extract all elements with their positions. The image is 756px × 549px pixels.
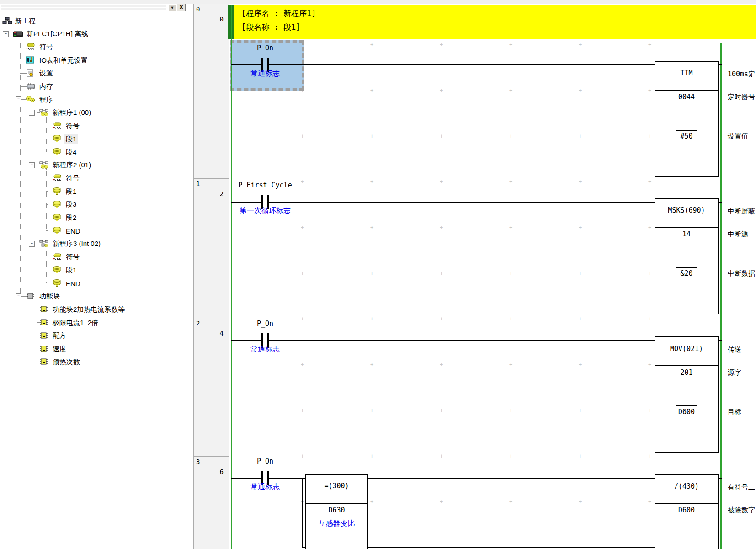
- tree-item[interactable]: IO表和单元设置: [38, 55, 89, 66]
- tree-item-label[interactable]: IO表和单元设置: [38, 56, 89, 65]
- instruction-block[interactable]: [655, 198, 719, 314]
- tree-expand-toggle[interactable]: −: [16, 293, 21, 299]
- panel-menu-button[interactable]: ▼: [168, 5, 176, 11]
- tree-item[interactable]: 新PLC1[CP1H] 离线: [25, 29, 90, 40]
- instruction-operand-2[interactable]: #50: [655, 132, 719, 140]
- tree-item[interactable]: 符号: [38, 42, 54, 53]
- rung-margin-cell[interactable]: [193, 178, 229, 318]
- tree-item[interactable]: 新程序1 (00): [51, 107, 92, 118]
- instruction-operand-1[interactable]: 0044: [655, 93, 719, 101]
- tree-item-label[interactable]: 段3: [64, 200, 78, 209]
- tree-item-label[interactable]: 配方: [51, 331, 68, 341]
- tree-item-label[interactable]: 新程序2 (01): [51, 160, 92, 170]
- tree-item[interactable]: 段1: [64, 265, 78, 276]
- tree-item-label[interactable]: 功能块: [38, 292, 61, 301]
- tree-item[interactable]: 极限电流1_2倍: [51, 317, 100, 328]
- grid-mark: +: [579, 318, 582, 320]
- instruction-divider: [655, 227, 719, 228]
- grid-mark: +: [440, 181, 443, 183]
- tree-item[interactable]: 功能块2加热电流系数等: [51, 304, 126, 315]
- tree-item-label[interactable]: END: [64, 279, 82, 288]
- grid-mark: +: [370, 363, 373, 366]
- tree-item-label[interactable]: 程序: [38, 95, 54, 105]
- tree-item[interactable]: 段1: [64, 133, 78, 144]
- program-icon: [39, 161, 50, 169]
- tree-item-label[interactable]: 符号: [38, 43, 54, 52]
- grid-mark: +: [370, 455, 373, 458]
- tree-item[interactable]: 段2: [64, 213, 78, 224]
- tree-item-label[interactable]: 段4: [64, 148, 78, 157]
- tree-item-label[interactable]: 段1: [64, 187, 78, 197]
- tree-item-label[interactable]: 极限电流1_2倍: [51, 318, 100, 328]
- tree-expand-toggle[interactable]: −: [16, 96, 21, 102]
- instruction-comment: 设置值: [728, 132, 748, 141]
- tree-item-label[interactable]: 段1: [64, 266, 78, 275]
- tree-item[interactable]: 新工程: [14, 16, 37, 27]
- tree-item[interactable]: 新程序2 (01): [51, 160, 92, 171]
- tree-item-label[interactable]: 功能块2加热电流系数等: [51, 305, 126, 314]
- tree-item-label[interactable]: 新工程: [14, 16, 37, 26]
- toolbar-gripper[interactable]: [1, 8, 166, 10]
- tree-item[interactable]: 段3: [64, 199, 78, 210]
- tree-item[interactable]: 符号: [64, 121, 81, 132]
- toolbar-gripper[interactable]: [1, 5, 166, 7]
- tree-item[interactable]: 程序: [38, 94, 54, 105]
- grid-mark: +: [579, 43, 582, 46]
- tree-item-label[interactable]: 设置: [38, 69, 54, 78]
- tree-item[interactable]: 功能块: [38, 291, 61, 302]
- contact-label[interactable]: P_On: [197, 320, 334, 328]
- section-icon: [52, 266, 63, 273]
- symbol-table-icon: [52, 174, 63, 181]
- rung-wire: [269, 202, 655, 203]
- tree-item[interactable]: END: [64, 278, 82, 289]
- tree-item[interactable]: 段4: [64, 147, 78, 158]
- tree-item[interactable]: END: [64, 225, 82, 236]
- tree-expand-toggle[interactable]: −: [3, 31, 9, 37]
- tree-item[interactable]: 预热次数: [51, 357, 81, 368]
- rung-margin-cell[interactable]: [193, 318, 229, 457]
- tree-item-label[interactable]: 新程序3 (Int 02): [51, 239, 102, 249]
- tree-item[interactable]: 符号: [64, 252, 81, 263]
- tree-item-label[interactable]: 内存: [38, 82, 54, 91]
- tree-item[interactable]: 段1: [64, 186, 78, 197]
- instruction-operand-2[interactable]: &20: [655, 269, 719, 277]
- tree-item[interactable]: 速度: [51, 344, 68, 355]
- tree-item-label[interactable]: 段2: [64, 213, 78, 223]
- tree-expand-toggle[interactable]: −: [29, 110, 35, 116]
- tree-item[interactable]: 新程序3 (Int 02): [51, 239, 102, 250]
- tree-item-label[interactable]: 符号: [64, 121, 81, 131]
- tree-expand-toggle[interactable]: −: [29, 162, 35, 168]
- io-table-icon: [26, 56, 37, 64]
- compare-operand[interactable]: D630: [305, 506, 368, 514]
- tree-item-label[interactable]: 预热次数: [51, 357, 81, 367]
- instruction-operand-1[interactable]: 14: [655, 230, 719, 238]
- grid-mark: +: [301, 409, 304, 412]
- instruction-operand-2[interactable]: D600: [655, 408, 719, 416]
- instruction-block[interactable]: [655, 336, 719, 453]
- instruction-operand-1[interactable]: D600: [655, 506, 719, 514]
- grid-mark: +: [648, 455, 651, 458]
- tree-item-label[interactable]: 新PLC1[CP1H] 离线: [25, 29, 90, 39]
- tree-item[interactable]: 内存: [38, 81, 54, 92]
- contact-label[interactable]: P_On: [197, 44, 334, 52]
- grid-mark: +: [440, 43, 443, 46]
- contact-label[interactable]: P_On: [197, 457, 334, 465]
- tree-item[interactable]: 符号: [64, 173, 81, 184]
- contact-label[interactable]: P_First_Cycle: [197, 181, 334, 189]
- tree-expand-toggle[interactable]: −: [29, 241, 35, 247]
- tree-item-label[interactable]: 符号: [64, 252, 81, 262]
- tree-item-label[interactable]: 新程序1 (00): [51, 108, 92, 117]
- tree-item[interactable]: 配方: [51, 330, 68, 341]
- instruction-block[interactable]: [655, 61, 719, 177]
- tree-item-label[interactable]: END: [64, 227, 82, 235]
- rung-margin-cell[interactable]: [193, 4, 229, 179]
- tree-item[interactable]: 设置: [38, 68, 54, 79]
- tree-item-label[interactable]: 段1: [64, 134, 78, 144]
- grid-mark: +: [509, 272, 512, 275]
- tree-item-label[interactable]: 符号: [64, 174, 81, 183]
- tree-guide-line: [46, 117, 47, 152]
- instruction-operand-1[interactable]: 201: [655, 368, 719, 377]
- grid-mark: +: [440, 89, 443, 92]
- tree-item-label[interactable]: 速度: [51, 344, 68, 354]
- grid-mark: +: [440, 318, 443, 320]
